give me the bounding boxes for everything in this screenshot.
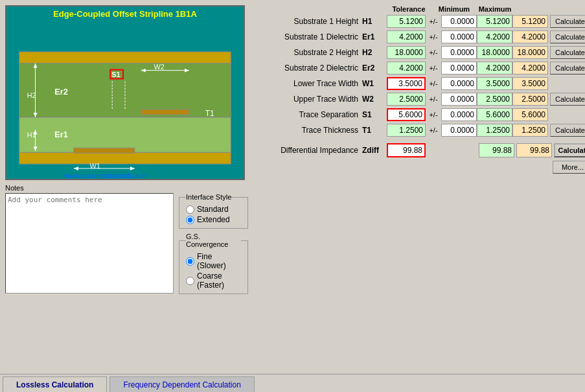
param-tol-input-0[interactable] <box>441 15 477 28</box>
right-panel: Tolerance Minimum Maximum Substrate 1 He… <box>253 5 585 369</box>
plus-minus-4: +/- <box>426 80 441 87</box>
extended-radio-row: Extended <box>186 215 241 224</box>
standard-radio[interactable] <box>186 205 194 214</box>
impedance-min-input[interactable] <box>479 143 514 157</box>
param-tol-input-4[interactable] <box>441 77 477 90</box>
svg-rect-1 <box>19 52 231 63</box>
param-min-input-6[interactable] <box>477 108 512 121</box>
param-symbol-0: H1 <box>362 17 387 26</box>
svg-text:www.polarinstruments.com: www.polarinstruments.com <box>63 172 148 179</box>
param-max-input-5[interactable] <box>512 93 548 106</box>
param-label-6: Trace Separation <box>253 110 362 119</box>
impedance-value-input[interactable] <box>387 143 426 157</box>
calc-button-2[interactable]: Calculate <box>550 46 585 59</box>
more-row: More... <box>253 161 585 174</box>
param-max-input-0[interactable] <box>512 15 548 28</box>
extended-label: Extended <box>197 215 230 224</box>
param-row-1: Substrate 1 Dielectric Er1 +/- Calculate <box>253 30 585 44</box>
impedance-row: Differential Impedance Zdiff Calculate <box>253 143 585 158</box>
calc-button-0[interactable]: Calculate <box>550 15 585 28</box>
svg-text:Er2: Er2 <box>54 87 68 97</box>
convergence-group: G.S. Convergence Fine (Slower) Coarse (F… <box>179 233 248 294</box>
coarse-label: Coarse (Faster) <box>197 271 241 290</box>
plus-minus-0: +/- <box>426 17 441 25</box>
diagram-box: Edge-Coupled Offset Stripline 1B1A <box>5 5 245 180</box>
param-label-0: Substrate 1 Height <box>253 17 362 26</box>
param-symbol-6: S1 <box>362 110 387 119</box>
param-symbol-1: Er1 <box>362 32 387 41</box>
tabs-bar: Lossless Calculation Frequency Dependent… <box>0 374 585 392</box>
param-tol-input-6[interactable] <box>441 108 477 121</box>
param-symbol-2: H2 <box>362 48 387 57</box>
param-row-3: Substrate 2 Dielectric Er2 +/- Calculate <box>253 61 585 75</box>
svg-rect-4 <box>19 63 231 117</box>
content-area: Edge-Coupled Offset Stripline 1B1A <box>0 0 585 374</box>
param-tol-input-1[interactable] <box>441 30 477 43</box>
param-tol-input-7[interactable] <box>441 124 477 137</box>
param-row-2: Substrate 2 Height H2 +/- Calculate <box>253 45 585 60</box>
extended-radio[interactable] <box>186 216 194 224</box>
param-row-7: Trace Thickness T1 +/- Calculate <box>253 123 585 137</box>
svg-text:W2: W2 <box>154 63 165 71</box>
param-row-5: Upper Trace Width W2 +/- Calculate <box>253 92 585 106</box>
param-max-input-6[interactable] <box>512 108 548 121</box>
param-max-input-1[interactable] <box>512 30 548 43</box>
calc-button-3[interactable]: Calculate <box>550 62 585 75</box>
interface-style-legend: Interface Style <box>186 193 231 201</box>
param-min-input-3[interactable] <box>477 62 512 75</box>
plus-minus-2: +/- <box>426 49 441 56</box>
param-tol-input-3[interactable] <box>441 62 477 75</box>
param-min-input-1[interactable] <box>477 30 512 43</box>
impedance-calculate-button[interactable]: Calculate <box>554 143 585 157</box>
param-max-input-7[interactable] <box>512 124 548 137</box>
plus-minus-6: +/- <box>426 111 441 119</box>
calc-button-7[interactable]: Calculate <box>550 124 585 137</box>
svg-text:H2: H2 <box>27 91 36 99</box>
param-min-input-0[interactable] <box>477 15 512 28</box>
standard-label: Standard <box>197 205 229 214</box>
param-min-input-7[interactable] <box>477 124 512 137</box>
param-label-3: Substrate 2 Dielectric <box>253 63 362 73</box>
param-symbol-3: Er2 <box>362 63 387 73</box>
maximum-header: Maximum <box>476 5 514 13</box>
fine-radio-row: Fine (Slower) <box>186 252 241 270</box>
header-row: Tolerance Minimum Maximum <box>253 5 585 13</box>
param-max-input-2[interactable] <box>512 46 548 59</box>
param-min-input-4[interactable] <box>477 77 512 90</box>
param-value-input-2[interactable] <box>387 46 426 59</box>
param-value-input-6[interactable] <box>387 108 426 121</box>
param-tol-input-5[interactable] <box>441 93 477 106</box>
param-value-input-1[interactable] <box>387 30 426 43</box>
fine-radio[interactable] <box>186 257 194 266</box>
plus-minus-7: +/- <box>426 126 441 134</box>
param-tol-input-2[interactable] <box>441 46 477 59</box>
impedance-symbol: Zdiff <box>362 146 387 155</box>
param-value-input-0[interactable] <box>387 15 426 28</box>
left-panel: Edge-Coupled Offset Stripline 1B1A <box>5 5 248 369</box>
param-label-2: Substrate 2 Height <box>253 48 362 57</box>
svg-rect-6 <box>141 110 189 115</box>
more-button[interactable]: More... <box>553 161 585 174</box>
param-value-input-4[interactable] <box>387 77 426 90</box>
tab-lossless[interactable]: Lossless Calculation <box>3 376 107 392</box>
param-max-input-4[interactable] <box>512 77 548 90</box>
param-max-input-3[interactable] <box>512 62 548 75</box>
calc-button-1[interactable]: Calculate <box>550 30 585 43</box>
param-value-input-3[interactable] <box>387 62 426 75</box>
notes-label: Notes <box>5 184 174 192</box>
calc-button-5[interactable]: Calculate <box>550 93 585 106</box>
convergence-legend: G.S. Convergence <box>186 233 241 248</box>
interface-style-group: Interface Style Standard Extended <box>179 193 248 229</box>
param-row-6: Trace Separation S1 +/- <box>253 108 585 122</box>
param-min-input-5[interactable] <box>477 93 512 106</box>
impedance-max-input[interactable] <box>516 143 552 157</box>
svg-rect-3 <box>19 117 231 152</box>
param-value-input-5[interactable] <box>387 93 426 106</box>
minimum-header: Minimum <box>435 5 474 13</box>
param-label-5: Upper Trace Width <box>253 95 362 104</box>
notes-textarea[interactable] <box>5 193 174 294</box>
tab-frequency[interactable]: Frequency Dependent Calculation <box>109 376 254 392</box>
param-value-input-7[interactable] <box>387 124 426 137</box>
coarse-radio[interactable] <box>186 277 194 285</box>
param-min-input-2[interactable] <box>477 46 512 59</box>
